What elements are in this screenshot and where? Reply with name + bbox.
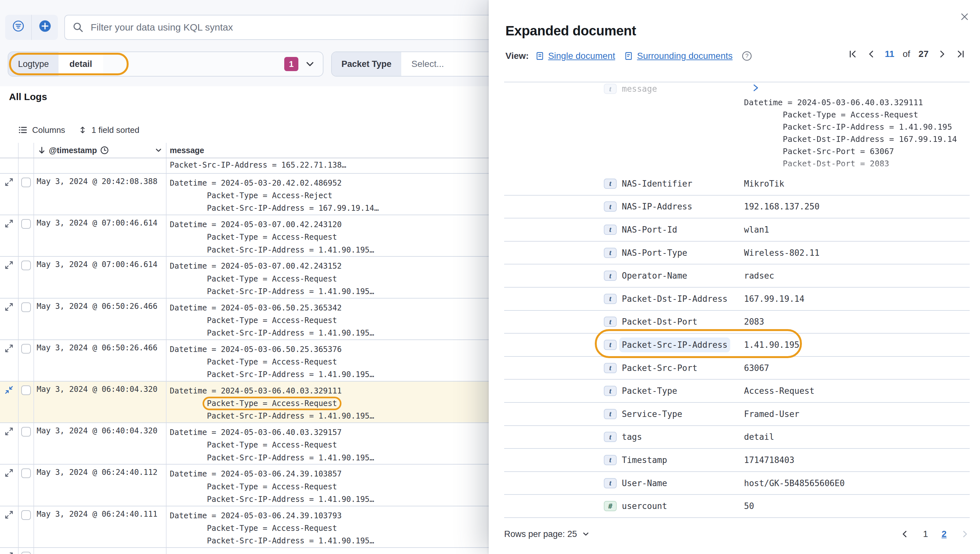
packet-type-select[interactable]: Packet Type Select... [331, 51, 500, 77]
expand-row-icon[interactable] [5, 302, 13, 311]
grid-toolbar: Columns 1 field sorted [18, 123, 139, 137]
table-row: May 3, 2024 @ 07:00:46.614Datetime = 202… [0, 257, 489, 298]
field-name: User-Name [622, 478, 667, 488]
text-field-type-badge: t [604, 432, 617, 442]
row-checkbox[interactable] [21, 552, 31, 554]
fields-page-2[interactable]: 2 [942, 529, 947, 539]
filter-bar: Logtype detail 1 Packet Type Select... [8, 51, 500, 77]
field-row: tNAS-IP-Address192.168.137.250 [504, 196, 970, 219]
field-row: tUser-Namehost/GK-5B48565606E0 [504, 472, 970, 495]
next-page-button[interactable] [937, 49, 947, 59]
message-cell: Datetime = 2024-05-03-20.42.02.486952 Pa… [167, 174, 489, 215]
message-cell: Datetime = 2024-05-03-06.40.03.329111 Pa… [167, 382, 489, 422]
timestamp-cell: May 3, 2024 @ 06:50:26.466 [34, 299, 167, 339]
table-row: May 3, 2024 @ 07:00:46.614Datetime = 202… [0, 215, 489, 257]
field-name: NAS-Identifier [622, 179, 692, 188]
field-row: tPacket-Src-IP-Address1.41.90.195 [504, 334, 970, 357]
document-fields-table: tNAS-IdentifierMikroTiktNAS-IP-Address19… [504, 172, 970, 518]
field-value: Access-Request [744, 386, 970, 396]
expand-row-icon[interactable] [5, 260, 13, 270]
table-row: May 3, 2024 @ 06:24:40.112Datetime = 202… [0, 465, 489, 506]
sort-arrows-icon [78, 126, 87, 134]
columns-button[interactable]: Columns [18, 125, 65, 135]
field-row: tPacket-TypeAccess-Request [504, 380, 970, 403]
header-expand-col [0, 143, 19, 158]
of-label: of [902, 49, 910, 59]
field-name: NAS-Port-Id [622, 225, 677, 235]
text-field-type-badge: t [604, 271, 617, 281]
timestamp-cell: May 3, 2024 @ 07:00:46.614 [34, 257, 167, 298]
row-checkbox[interactable] [21, 468, 31, 478]
fields-pagination: 1 2 [900, 529, 970, 539]
table-row: May 3, 2024 @ 20:42:08.388Datetime = 202… [0, 174, 489, 215]
filter-count-badge: 1 [284, 57, 298, 71]
row-checkbox[interactable] [21, 177, 31, 187]
logtype-filter-pill[interactable]: Logtype detail 1 [8, 51, 323, 77]
row-checkbox[interactable] [21, 385, 31, 395]
list-icon [18, 125, 28, 135]
add-filter-button[interactable] [31, 15, 58, 40]
packet-type-placeholder: Select... [401, 52, 499, 76]
expand-row-icon[interactable] [5, 468, 13, 477]
message-cell: Datetime = 2024-05-03-07.00.42.243120 Pa… [167, 215, 489, 256]
row-checkbox[interactable] [21, 219, 31, 229]
filter-menu-button[interactable] [5, 15, 31, 40]
message-header-label: message [170, 146, 204, 155]
table-row-partial [0, 548, 489, 554]
field-row: tPacket-Dst-IP-Address167.99.19.14 [504, 287, 970, 311]
expand-row-icon[interactable] [5, 344, 13, 353]
table-row: May 3, 2024 @ 06:40:04.320Datetime = 202… [0, 423, 489, 465]
filter-in-circle-icon [12, 20, 24, 35]
search-icon [73, 22, 84, 33]
row-checkbox[interactable] [21, 427, 31, 437]
collapse-row-icon[interactable] [5, 385, 13, 394]
single-document-link[interactable]: Single document [535, 51, 616, 61]
field-row: ttagsdetail [504, 426, 970, 449]
column-actions-chevron-icon[interactable] [154, 146, 163, 155]
timestamp-cell: May 3, 2024 @ 07:00:46.614 [34, 215, 167, 256]
expand-row-icon[interactable] [5, 219, 13, 228]
message-field-row: t message Datetime = 2024-05-03-06.40.03… [504, 82, 970, 172]
document-pagination: 11 of 27 [848, 49, 966, 59]
expand-row-icon[interactable] [5, 177, 13, 187]
text-field-type-badge: t [604, 248, 617, 258]
expand-row-icon[interactable] [5, 427, 13, 436]
message-cell: Datetime = 2024-05-03-06.24.39.103857 Pa… [167, 465, 489, 505]
row-checkbox[interactable] [21, 302, 31, 312]
field-value: Framed-User [744, 409, 970, 419]
timestamp-cell: May 3, 2024 @ 20:42:08.388 [34, 174, 167, 215]
expand-value-chevron-icon[interactable] [751, 83, 760, 95]
message-column-header[interactable]: message [167, 143, 489, 158]
field-name: Packet-Type [622, 386, 677, 396]
fields-page-1[interactable]: 1 [923, 529, 928, 539]
row-checkbox[interactable] [21, 344, 31, 354]
field-name: Packet-Src-Port [622, 363, 697, 373]
field-name: NAS-IP-Address [622, 202, 692, 211]
row-checkbox[interactable] [21, 260, 31, 270]
row-checkbox[interactable] [21, 510, 31, 520]
field-value: 63067 [744, 363, 970, 373]
previous-fields-page-button[interactable] [900, 529, 910, 539]
close-flyout-button[interactable] [957, 9, 972, 24]
timestamp-column-header[interactable]: @timestamp [34, 143, 167, 158]
first-page-button[interactable] [848, 49, 858, 59]
next-fields-page-button[interactable] [960, 529, 970, 539]
expand-row-icon[interactable] [5, 510, 13, 519]
field-name: Packet-Src-IP-Address [622, 340, 728, 350]
help-icon[interactable]: ? [742, 51, 752, 61]
columns-button-label: Columns [32, 125, 65, 135]
field-value: radsec [744, 271, 970, 281]
field-value: host/GK-5B48565606E0 [744, 478, 970, 488]
expand-row-icon[interactable] [5, 552, 13, 554]
rows-per-page-button[interactable]: Rows per page: 25 [504, 529, 590, 539]
sorted-fields-button[interactable]: 1 field sorted [78, 125, 140, 135]
number-field-type-badge: # [604, 501, 617, 511]
last-page-button[interactable] [956, 49, 966, 59]
field-value: 167.99.19.14 [744, 294, 970, 304]
header-checkbox-col [19, 143, 34, 158]
field-value: Wireless-802.11 [744, 248, 970, 258]
text-field-type-badge: t [604, 316, 617, 327]
previous-page-button[interactable] [866, 49, 877, 59]
field-value: 192.168.137.250 [744, 202, 970, 211]
surrounding-documents-link[interactable]: Surrounding documents [624, 51, 732, 61]
